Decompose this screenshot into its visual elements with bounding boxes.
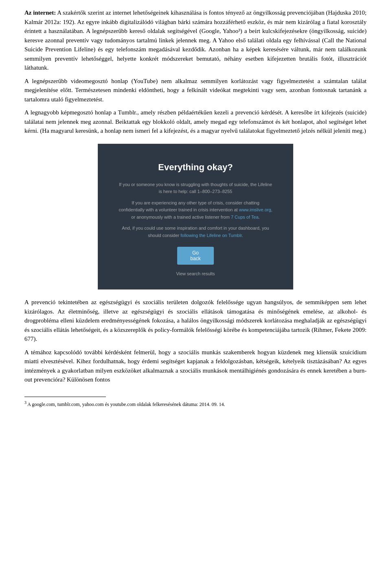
footnote-number: 3 xyxy=(24,400,26,405)
tumblr-screenshot-container: Everything okay? If you or someone you k… xyxy=(24,144,367,290)
bold-prefix: Az internet: xyxy=(24,9,56,16)
view-results-link[interactable]: View search results xyxy=(176,271,215,276)
7cups-link[interactable]: 7 Cups of Tea xyxy=(231,215,259,219)
footnote: 3 A google.com, tumblr.com, yahoo.com és… xyxy=(24,399,367,408)
footnote-divider xyxy=(24,397,106,397)
paragraph-2: A legnépszerűbb videomegosztó honlap (Yo… xyxy=(24,77,367,104)
tumblr-text2: If you are experiencing any other type o… xyxy=(119,200,272,221)
paragraph-5: A témához kapcsolódó további kérdésként … xyxy=(24,348,367,384)
paragraph-4: A prevenció tekintetében az egészségügyi… xyxy=(24,298,367,344)
footnote-text: A google.com, tumblr.com, yahoo.com és y… xyxy=(27,402,225,407)
tumblr-heading: Everything okay? xyxy=(119,160,272,174)
tumblr-screenshot: Everything okay? If you or someone you k… xyxy=(98,144,293,290)
view-results[interactable]: View search results xyxy=(119,270,272,277)
tumblr-text3: And, if you could use some inspiration a… xyxy=(119,225,272,239)
lifeline-tumblr-link[interactable]: following the Lifeline on Tumblr xyxy=(180,233,242,238)
go-back-button[interactable]: Go back xyxy=(177,247,214,265)
imslive-link[interactable]: www.imslive.org xyxy=(239,207,271,212)
paragraph-1-text: A szakértők szerint az internet lehetősé… xyxy=(24,9,367,71)
paragraph-3: A legnagyobb képmegosztó honlap a Tumblr… xyxy=(24,108,367,136)
paragraph-1: Az internet: A szakértők szerint az inte… xyxy=(24,8,367,72)
main-content: Az internet: A szakértők szerint az inte… xyxy=(24,8,367,408)
tumblr-text1: If you or someone you know is struggling… xyxy=(119,181,272,195)
